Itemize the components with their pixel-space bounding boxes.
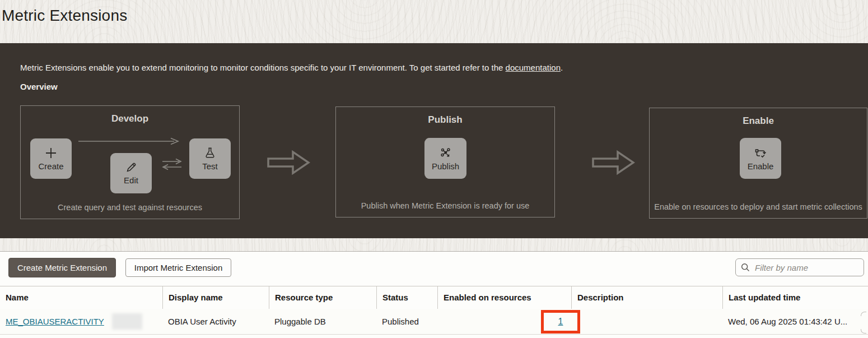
cell-status: Published	[376, 309, 437, 334]
table-row: ME_OBIAUSERACTIVITY OBIA User Activity P…	[0, 309, 868, 335]
page-header-band: Metric Extensions	[0, 0, 868, 43]
stage-box-develop: Develop Create Edit	[20, 105, 240, 219]
share-network-icon	[439, 146, 452, 160]
stage-box-publish: Publish Publish Publish when Metric Exte…	[335, 107, 555, 217]
page-title: Metric Extensions	[2, 7, 127, 25]
cell-last-updated-time: Wed, 06 Aug 2025 01:43:42 U...	[722, 309, 868, 334]
stage-title-publish: Publish	[336, 114, 554, 126]
metric-extensions-page: Metric Extensions Metric Extensions enab…	[0, 0, 868, 338]
documentation-link[interactable]: documentation	[506, 63, 561, 72]
intro-suffix: .	[561, 63, 563, 72]
overview-banner: Metric Extensions enable you to extend m…	[0, 43, 868, 238]
plus-icon	[44, 146, 58, 160]
cell-description	[571, 309, 722, 334]
stage-box-enable: Enable Enable Enable on resources to dep…	[649, 108, 867, 219]
import-metric-extension-button[interactable]: Import Metric Extension	[125, 258, 231, 277]
develop-caption: Create query and test against resources	[21, 203, 239, 212]
publish-stage-button[interactable]: Publish	[424, 138, 466, 179]
edit-stage-label: Edit	[124, 175, 138, 185]
cell-display-name: OBIA User Activity	[162, 309, 269, 334]
create-to-test-arrow-icon	[78, 137, 180, 145]
enable-stage-label: Enable	[748, 161, 774, 171]
develop-to-publish-arrow-icon	[267, 150, 310, 175]
column-header-last-updated-time[interactable]: Last updated time	[722, 286, 868, 309]
search-icon	[740, 262, 750, 272]
intro-text: Metric Extensions enable you to extend m…	[20, 63, 506, 72]
test-stage-label: Test	[202, 161, 218, 171]
deploy-loop-icon	[754, 146, 767, 160]
enable-caption: Enable on resources to deploy and start …	[650, 202, 867, 211]
publish-to-enable-arrow-icon	[591, 150, 635, 175]
enabled-on-resources-count-link[interactable]: 1	[558, 317, 563, 327]
stage-title-develop: Develop	[21, 113, 239, 124]
edge-artifact	[861, 312, 866, 316]
flask-icon	[204, 146, 216, 160]
column-header-name[interactable]: Name	[0, 286, 162, 309]
create-stage-label: Create	[38, 161, 63, 171]
cell-resource-type: Pluggable DB	[269, 309, 376, 334]
edit-stage-button[interactable]: Edit	[110, 153, 152, 193]
create-metric-extension-button[interactable]: Create Metric Extension	[8, 258, 116, 277]
pencil-icon	[125, 161, 137, 174]
enable-stage-button[interactable]: Enable	[740, 138, 781, 179]
metric-extension-name-link[interactable]: ME_OBIAUSERACTIVITY	[6, 317, 104, 326]
redacted-name-suffix	[112, 313, 142, 330]
create-stage-button[interactable]: Create	[30, 138, 72, 179]
column-header-status[interactable]: Status	[376, 286, 437, 309]
column-header-enabled-on-resources[interactable]: Enabled on resources	[437, 286, 571, 309]
overview-heading: Overview	[20, 82, 58, 91]
banner-intro-text: Metric Extensions enable you to extend m…	[20, 63, 563, 72]
table-header-row: Name Display name Resource type Status E…	[0, 286, 868, 309]
publish-caption: Publish when Metric Extension is ready f…	[336, 201, 554, 210]
publish-stage-label: Publish	[432, 161, 459, 171]
column-header-display-name[interactable]: Display name	[162, 286, 269, 309]
column-header-resource-type[interactable]: Resource type	[269, 286, 376, 309]
filter-by-name-field	[735, 258, 864, 276]
test-stage-button[interactable]: Test	[189, 138, 231, 179]
stage-title-enable: Enable	[650, 115, 867, 127]
banner-bottom-strip	[0, 238, 868, 252]
edit-test-double-arrow-icon	[161, 158, 183, 171]
filter-by-name-input[interactable]	[754, 262, 857, 273]
column-header-description[interactable]: Description	[571, 286, 722, 309]
